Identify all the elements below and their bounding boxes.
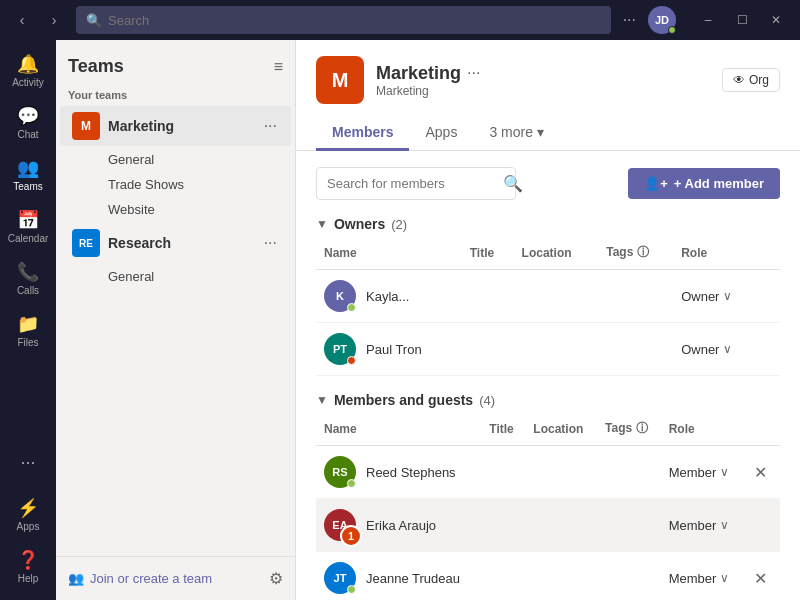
sidebar-item-activity[interactable]: 🔔 Activity <box>6 44 50 96</box>
minimize-button[interactable]: – <box>692 6 724 34</box>
global-search-input[interactable] <box>108 13 601 28</box>
teams-sidebar: Teams ≡ Your teams M Marketing ··· Gener… <box>56 40 296 600</box>
sidebar-item-more[interactable]: ··· <box>6 436 50 488</box>
activity-label: Activity <box>12 77 44 88</box>
global-search-bar[interactable]: 🔍 <box>76 6 611 34</box>
sidebar-item-calls[interactable]: 📞 Calls <box>6 252 50 304</box>
teams-icon: 👥 <box>17 157 39 179</box>
member-role: Owner <box>681 342 719 357</box>
channel-item-general-research[interactable]: General <box>60 265 291 288</box>
sidebar-item-help[interactable]: ❓ Help <box>6 540 50 592</box>
member-actions-cell <box>759 323 780 376</box>
activity-icon: 🔔 <box>17 53 39 75</box>
tab-apps[interactable]: Apps <box>409 116 473 151</box>
member-role-cell: Owner ∨ <box>673 270 759 323</box>
table-row: RS Reed Stephens Member <box>316 446 780 499</box>
member-name: Kayla... <box>366 289 409 304</box>
sidebar-item-apps[interactable]: ⚡ Apps <box>6 488 50 540</box>
search-icon: 🔍 <box>86 13 102 28</box>
team-title: Marketing <box>376 63 461 84</box>
role-dropdown-button[interactable]: ∨ <box>723 342 732 356</box>
team-title-row: Marketing ··· <box>376 63 710 84</box>
members-section-header[interactable]: ▼ Members and guests (4) <box>316 392 780 408</box>
join-team-button[interactable]: 👥 Join or create a team <box>68 571 212 586</box>
member-role-cell: Member ∨ <box>661 552 744 601</box>
member-location-cell <box>514 323 599 376</box>
team-header: M Marketing ··· Marketing 👁 Org <box>316 56 780 104</box>
member-location-cell <box>525 499 597 552</box>
filter-button[interactable]: ≡ <box>274 58 283 76</box>
team-ellipsis-button[interactable]: ··· <box>467 64 480 82</box>
forward-button[interactable]: › <box>40 6 68 34</box>
owners-count: (2) <box>391 217 407 232</box>
chat-icon: 💬 <box>17 105 39 127</box>
close-button[interactable]: ✕ <box>760 6 792 34</box>
role-dropdown-button[interactable]: ∨ <box>723 289 732 303</box>
search-members-input[interactable] <box>327 176 495 191</box>
member-status-dot <box>347 303 356 312</box>
team-more-marketing[interactable]: ··· <box>262 115 279 137</box>
role-dropdown-button[interactable]: ∨ <box>720 518 729 532</box>
search-members-icon: 🔍 <box>503 174 523 193</box>
org-label: Org <box>749 73 769 87</box>
members-count: (4) <box>479 393 495 408</box>
titlebar-nav: ‹ › <box>8 6 68 34</box>
member-title-cell <box>462 270 514 323</box>
members-chevron-icon: ▼ <box>316 393 328 407</box>
sidebar-header: Teams ≡ <box>56 40 295 85</box>
tab-members[interactable]: Members <box>316 116 409 151</box>
sidebar-item-calendar[interactable]: 📅 Calendar <box>6 200 50 252</box>
member-name-cell: K Kayla... <box>316 270 462 323</box>
main-content: M Marketing ··· Marketing 👁 Org Members … <box>296 40 800 600</box>
tab-more[interactable]: 3 more ▾ <box>473 116 559 151</box>
sidebar-settings-button[interactable]: ⚙ <box>269 569 283 588</box>
member-avatar: PT <box>324 333 356 365</box>
role-dropdown-button[interactable]: ∨ <box>720 571 729 585</box>
member-role: Member <box>669 465 717 480</box>
sidebar-item-chat[interactable]: 💬 Chat <box>6 96 50 148</box>
team-more-research[interactable]: ··· <box>262 232 279 254</box>
window-controls: – ☐ ✕ <box>692 6 792 34</box>
titlebar-more-button[interactable]: ··· <box>619 11 640 29</box>
member-role-cell: Owner ∨ <box>673 323 759 376</box>
user-avatar[interactable]: JD <box>648 6 676 34</box>
member-name-cell: JT Jeanne Trudeau <box>316 552 481 601</box>
member-name: Paul Tron <box>366 342 422 357</box>
team-item-marketing[interactable]: M Marketing ··· <box>60 106 291 146</box>
add-member-button[interactable]: 👤+ + Add member <box>628 168 780 199</box>
sidebar-item-teams[interactable]: 👥 Teams <box>6 148 50 200</box>
team-subtitle: Marketing <box>376 84 710 98</box>
channel-item-tradeshows[interactable]: Trade Shows <box>60 173 291 196</box>
member-tags-cell <box>597 446 661 499</box>
owners-section-header[interactable]: ▼ Owners (2) <box>316 216 780 232</box>
sidebar-item-files[interactable]: 📁 Files <box>6 304 50 356</box>
team-name-marketing: Marketing <box>108 118 254 134</box>
member-name: Erika Araujo <box>366 518 436 533</box>
channel-item-general-marketing[interactable]: General <box>60 148 291 171</box>
col-name-members: Name <box>316 416 481 446</box>
member-name-cell: RS Reed Stephens <box>316 446 481 499</box>
channel-item-website[interactable]: Website <box>60 198 291 221</box>
member-name: Jeanne Trudeau <box>366 571 460 586</box>
main-header: M Marketing ··· Marketing 👁 Org Members … <box>296 40 800 151</box>
role-dropdown-button[interactable]: ∨ <box>720 465 729 479</box>
member-title-cell <box>481 499 525 552</box>
col-actions-members <box>744 416 780 446</box>
add-member-icon: 👤+ <box>644 176 668 191</box>
remove-member-button[interactable]: ✕ <box>752 461 769 484</box>
member-role: Owner <box>681 289 719 304</box>
remove-member-button[interactable]: ✕ <box>752 567 769 590</box>
member-location-cell <box>525 446 597 499</box>
member-avatar: EA 1 <box>324 509 356 541</box>
col-role-members: Role <box>661 416 744 446</box>
col-title-members: Title <box>481 416 525 446</box>
member-status-dot <box>347 356 356 365</box>
back-button[interactable]: ‹ <box>8 6 36 34</box>
members-table-header: Name Title Location Tags ⓘ Role <box>316 416 780 446</box>
team-item-research[interactable]: RE Research ··· <box>60 223 291 263</box>
member-status-dot <box>347 479 356 488</box>
org-button[interactable]: 👁 Org <box>722 68 780 92</box>
maximize-button[interactable]: ☐ <box>726 6 758 34</box>
search-members-bar[interactable]: 🔍 <box>316 167 516 200</box>
member-actions-cell: ✕ <box>744 552 780 601</box>
